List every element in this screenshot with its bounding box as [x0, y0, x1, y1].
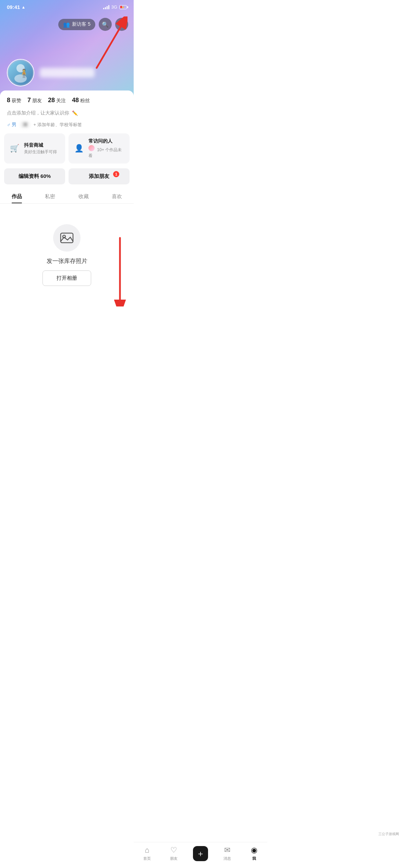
mini-avatar	[88, 145, 95, 151]
visitors-subtitle: 10+ 个作品未看	[88, 145, 125, 159]
add-tags-label: + 添加年龄、学校等标签	[34, 122, 82, 128]
add-friend-label: 添加朋友	[89, 173, 109, 179]
tags-row: ♂ 男 湖 + 添加年龄、学校等标签	[0, 120, 134, 133]
tab-works[interactable]: 作品	[0, 190, 34, 203]
person-icon: 👤	[73, 142, 85, 155]
likes-label: 获赞	[12, 98, 21, 104]
visitors-card-text: 常访问的人 10+ 个作品未看	[88, 138, 125, 159]
status-time: 09:41 ▲	[7, 4, 25, 10]
stat-fans[interactable]: 48 粉丝	[72, 97, 90, 104]
fans-label: 粉丝	[80, 98, 90, 104]
friends-count: 7	[27, 97, 31, 104]
status-right: 3G ⚡	[103, 4, 127, 10]
profile-banner: 09:41 ▲ 3G ⚡ 👥 新访客 5 🔍 ≡	[0, 0, 134, 96]
following-label: 关注	[56, 98, 66, 104]
tab-private[interactable]: 私密	[34, 190, 67, 203]
likes-count: 8	[7, 97, 10, 104]
friend-request-badge: 1	[113, 171, 119, 177]
search-icon: 🔍	[102, 21, 109, 28]
stat-friends[interactable]: 7 朋友	[27, 97, 42, 104]
tab-favorites[interactable]: 收藏	[67, 190, 100, 203]
status-bar: 09:41 ▲ 3G ⚡	[0, 0, 134, 12]
lightning-icon: ⚡	[121, 5, 125, 9]
tabs-row: 作品 私密 收藏 喜欢	[0, 186, 134, 204]
search-button[interactable]: 🔍	[99, 18, 112, 31]
visitor-icon: 👥	[63, 21, 70, 28]
avatar-image: 🧍	[8, 60, 34, 86]
edit-bio-icon[interactable]: ✏️	[72, 110, 78, 116]
profile-info-banner: 🧍	[7, 59, 95, 86]
avatar[interactable]: 🧍	[7, 59, 34, 86]
location-text: 湖	[23, 122, 27, 127]
top-actions: 👥 新访客 5 🔍 ≡	[58, 18, 128, 31]
image-placeholder-icon	[60, 232, 74, 244]
menu-button[interactable]: ≡	[115, 18, 128, 31]
bio-section[interactable]: 点击添加介绍，让大家认识你 ✏️	[0, 108, 134, 120]
shop-card[interactable]: 🛒 抖音商城 美好生活触手可得	[4, 133, 65, 164]
svg-text:🧍: 🧍	[19, 68, 29, 78]
empty-state-text: 发一张库存照片	[47, 257, 87, 265]
time-display: 09:41	[7, 4, 20, 10]
visitor-button[interactable]: 👥 新访客 5	[58, 19, 95, 30]
username-blurred	[40, 68, 95, 77]
bio-text: 点击添加介绍，让大家认识你	[7, 110, 69, 116]
frequent-visitors-card[interactable]: 👤 常访问的人 10+ 个作品未看	[69, 133, 130, 164]
signal-icon	[103, 5, 109, 9]
badge-count: 1	[115, 172, 117, 176]
friends-label: 朋友	[32, 98, 42, 104]
stats-row: 8 获赞 7 朋友 28 关注 48 粉丝	[0, 91, 134, 108]
stat-following[interactable]: 28 关注	[48, 97, 66, 104]
open-album-label: 打开相册	[57, 275, 77, 281]
network-label: 3G	[111, 4, 117, 10]
add-friend-button[interactable]: 添加朋友 1	[69, 168, 130, 184]
edit-profile-label: 编辑资料 60%	[19, 173, 51, 179]
battery-body: ⚡	[119, 5, 127, 9]
add-tags-button[interactable]: + 添加年龄、学校等标签	[34, 122, 82, 128]
stat-likes[interactable]: 8 获赞	[7, 97, 21, 104]
location-arrow-icon: ▲	[21, 5, 25, 10]
gender-label: 男	[12, 122, 16, 128]
tab-favorites-label: 收藏	[78, 193, 89, 199]
edit-profile-button[interactable]: 编辑资料 60%	[4, 168, 65, 184]
open-album-button[interactable]: 打开相册	[42, 270, 91, 286]
location-tag: 湖	[20, 121, 30, 129]
empty-icon-circle	[53, 224, 81, 252]
action-buttons: 编辑资料 60% 添加朋友 1	[0, 168, 134, 184]
shop-title: 抖音商城	[24, 142, 57, 148]
main-content: 8 获赞 7 朋友 28 关注 48 粉丝 点击添加介绍，让大家认识你 ✏️ ♂…	[0, 91, 134, 327]
battery-icon: ⚡	[119, 5, 127, 9]
tab-likes-label: 喜欢	[112, 193, 122, 199]
visitor-label: 新访客 5	[72, 21, 90, 27]
tab-works-label: 作品	[12, 193, 22, 199]
avatar-svg: 🧍	[9, 61, 33, 85]
tab-private-label: 私密	[45, 193, 55, 199]
tab-likes[interactable]: 喜欢	[100, 190, 134, 203]
following-count: 28	[48, 97, 55, 104]
feature-cards: 🛒 抖音商城 美好生活触手可得 👤 常访问的人 10+ 个作品未看	[0, 133, 134, 164]
fans-count: 48	[72, 97, 79, 104]
shop-card-text: 抖音商城 美好生活触手可得	[24, 142, 57, 155]
gender-tag: ♂ 男	[7, 122, 16, 128]
gender-icon: ♂	[7, 122, 11, 128]
visitors-title: 常访问的人	[88, 138, 125, 144]
menu-icon: ≡	[120, 21, 124, 27]
shop-icon: 🛒	[8, 142, 21, 155]
shop-subtitle: 美好生活触手可得	[24, 149, 57, 155]
red-arrow-down-indicator	[93, 231, 127, 306]
empty-state: 发一张库存照片 打开相册	[0, 204, 134, 300]
